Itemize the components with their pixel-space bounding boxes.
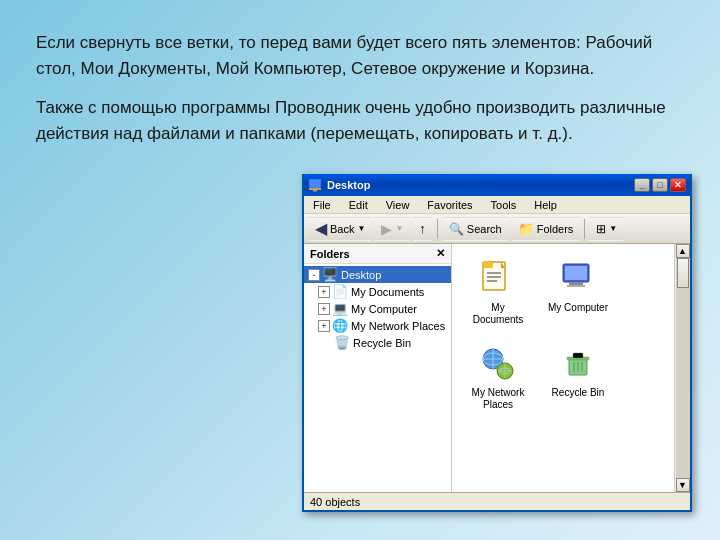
recycle-icon: [558, 344, 598, 384]
scroll-down-button[interactable]: ▼: [676, 478, 690, 492]
back-arrow-icon: ◀: [315, 219, 327, 238]
forward-dropdown-icon: ▼: [395, 224, 403, 233]
menu-bar: File Edit View Favorites Tools Help: [304, 196, 690, 214]
desktop-folder-icon: 🖥️: [322, 267, 338, 282]
svg-rect-11: [567, 285, 585, 287]
menu-file[interactable]: File: [310, 198, 334, 212]
back-button[interactable]: ◀ Back ▼: [308, 217, 372, 241]
search-button[interactable]: 🔍 Search: [442, 217, 509, 241]
scroll-up-button[interactable]: ▲: [676, 244, 690, 258]
svg-rect-1: [309, 188, 321, 190]
expand-network-icon[interactable]: +: [318, 320, 330, 332]
tree-item-network[interactable]: + 🌐 My Network Places: [304, 317, 451, 334]
file-item-recycle[interactable]: Recycle Bin: [542, 339, 614, 416]
folders-panel-header: Folders ✕: [304, 244, 451, 264]
svg-rect-6: [487, 276, 501, 278]
back-label: Back: [330, 223, 354, 235]
folders-panel: Folders ✕ - 🖥️ Desktop + 📄 My Documents: [304, 244, 452, 492]
search-icon: 🔍: [449, 222, 464, 236]
scroll-thumb[interactable]: [677, 258, 689, 288]
recycle-file-label: Recycle Bin: [552, 387, 605, 399]
file-item-mydocs[interactable]: My Documents: [462, 254, 534, 331]
network-folder-icon: 🌐: [332, 318, 348, 333]
maximize-button[interactable]: □: [652, 178, 668, 192]
status-text: 40 objects: [310, 496, 360, 508]
minimize-button[interactable]: _: [634, 178, 650, 192]
status-bar: 40 objects: [304, 492, 690, 510]
main-file-area: My Documents My Computer: [452, 244, 674, 492]
folders-label: Folders: [537, 223, 574, 235]
content-area: Folders ✕ - 🖥️ Desktop + 📄 My Documents: [304, 244, 690, 492]
forward-arrow-icon: ▶: [381, 221, 392, 237]
network-label: My Network Places: [351, 320, 445, 332]
scroll-track: [676, 258, 690, 478]
mycomp-file-label: My Computer: [548, 302, 608, 314]
folders-icon: 📁: [518, 221, 534, 236]
mydocs-file-label: My Documents: [467, 302, 529, 326]
up-button[interactable]: ↑: [412, 217, 433, 241]
svg-rect-5: [487, 272, 501, 274]
recycle-label: Recycle Bin: [353, 337, 411, 349]
toolbar: ◀ Back ▼ ▶ ▼ ↑ 🔍 Search 📁 Folders: [304, 214, 690, 244]
vertical-scrollbar[interactable]: ▲ ▼: [674, 244, 690, 492]
close-button[interactable]: ✕: [670, 178, 686, 192]
folders-tree: - 🖥️ Desktop + 📄 My Documents + 💻 M: [304, 264, 451, 492]
menu-edit[interactable]: Edit: [346, 198, 371, 212]
menu-tools[interactable]: Tools: [488, 198, 520, 212]
view-dropdown-icon: ▼: [609, 224, 617, 233]
title-bar-buttons: _ □ ✕: [634, 178, 686, 192]
desktop-title-icon: [308, 178, 322, 192]
up-arrow-icon: ↑: [419, 221, 426, 236]
recycle-folder-icon: 🗑️: [334, 335, 350, 350]
file-item-network[interactable]: My Network Places: [462, 339, 534, 416]
toolbar-separator-1: [437, 219, 438, 239]
tree-item-desktop[interactable]: - 🖥️ Desktop: [304, 266, 451, 283]
mydocs-label: My Documents: [351, 286, 424, 298]
menu-view[interactable]: View: [383, 198, 413, 212]
expand-mydocs-icon[interactable]: +: [318, 286, 330, 298]
svg-rect-9: [565, 266, 587, 280]
mydocs-icon: [478, 259, 518, 299]
back-dropdown-icon: ▼: [357, 224, 365, 233]
network-file-label: My Network Places: [467, 387, 529, 411]
folders-button[interactable]: 📁 Folders: [511, 217, 581, 241]
expand-desktop-icon[interactable]: -: [308, 269, 320, 281]
forward-button[interactable]: ▶ ▼: [374, 217, 410, 241]
menu-help[interactable]: Help: [531, 198, 560, 212]
mydocs-folder-icon: 📄: [332, 284, 348, 299]
window-title: Desktop: [327, 179, 634, 191]
desktop-label: Desktop: [341, 269, 381, 281]
folders-panel-title: Folders: [310, 248, 350, 260]
svg-rect-4: [483, 262, 493, 268]
svg-rect-7: [487, 280, 497, 282]
view-button[interactable]: ⊞ ▼: [589, 217, 624, 241]
paragraph-2: Также с помощью программы Проводник очен…: [36, 95, 684, 146]
file-item-mycomp[interactable]: My Computer: [542, 254, 614, 331]
toolbar-separator-2: [584, 219, 585, 239]
tree-item-mydocs[interactable]: + 📄 My Documents: [304, 283, 451, 300]
folders-close-icon[interactable]: ✕: [436, 247, 445, 260]
title-bar: Desktop _ □ ✕: [304, 174, 690, 196]
slide-container: Если свернуть все ветки, то перед вами б…: [0, 0, 720, 540]
expand-mycomp-icon[interactable]: +: [318, 303, 330, 315]
network-icon: [478, 344, 518, 384]
mycomp-label: My Computer: [351, 303, 417, 315]
svg-rect-10: [569, 282, 583, 285]
tree-item-recycle[interactable]: 🗑️ Recycle Bin: [304, 334, 451, 351]
mycomp-icon: [558, 259, 598, 299]
view-icon: ⊞: [596, 222, 606, 236]
svg-rect-0: [309, 179, 321, 188]
explorer-window: Desktop _ □ ✕ File Edit View Favorites T…: [302, 174, 692, 512]
search-label: Search: [467, 223, 502, 235]
svg-rect-22: [573, 353, 583, 358]
tree-item-mycomputer[interactable]: + 💻 My Computer: [304, 300, 451, 317]
svg-rect-2: [313, 190, 317, 192]
mycomp-folder-icon: 💻: [332, 301, 348, 316]
paragraph-1: Если свернуть все ветки, то перед вами б…: [36, 30, 684, 81]
menu-favorites[interactable]: Favorites: [424, 198, 475, 212]
